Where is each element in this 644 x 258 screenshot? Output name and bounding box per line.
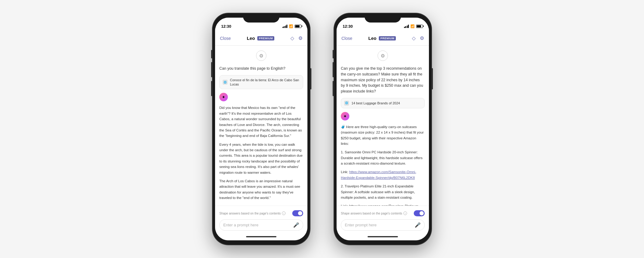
link-card-2[interactable]: 🌐 14 best Luggage Brands of 2024 [341,98,425,108]
wifi-icon-2: 📶 [410,24,415,28]
shape-answers-row-1: Shape answers based on the page's conten… [219,208,303,218]
side-button-mute-2 [333,50,334,58]
leo-avatar-icon-2: ✦ [343,114,347,119]
side-button-vol-up-2 [333,62,334,77]
shape-answers-label-1: Shape answers based on the page's conten… [219,211,286,215]
settings-row-2: ⚙ [341,49,425,62]
signal-icon-1 [283,25,288,28]
ai-para-2-4: 2. Travelpro Platinum Elite 21-inch Expa… [341,183,425,200]
settings-row-1: ⚙ [219,49,303,62]
gear-small-icon-2: ⚙ [381,53,385,59]
premium-badge-2: PREMIUM [379,36,396,40]
header-icons-1: ◇ ⚙ [290,35,303,41]
ai-para-2-1: 🧳 Here are three high-quality carry-on s… [341,124,425,147]
battery-icon-1 [295,25,301,28]
phone-screen-1: 12:30 📶 Close Leo PREMIUM [215,18,307,240]
mic-icon-1[interactable]: 🎤 [293,222,299,228]
home-bar-1 [246,236,276,237]
home-bar-2 [368,236,398,237]
prompt-input-row-1[interactable]: Enter a prompt here 🎤 [219,219,303,231]
user-message-2: Can you give me the top 3 recommendation… [341,66,425,94]
home-indicator-1 [215,233,307,240]
ai-response-1: Did you know that Mexico has its own "en… [219,105,303,200]
prompt-input-placeholder-2[interactable]: Enter prompt here [345,223,412,227]
ai-para-1-3: The Arch of Los Cabos is an impressive n… [219,178,303,201]
ai-response-2: 🧳 Here are three high-quality carry-on s… [341,124,425,206]
user-message-1: Can you translate this page to English? [219,66,303,71]
home-indicator-2 [337,233,429,240]
close-button-2[interactable]: Close [341,36,352,41]
leo-avatar-icon-1: ✦ [222,95,225,99]
side-button-vol-down-2 [333,81,334,96]
leo-label-1: Leo [247,36,255,41]
link-favicon-1: 🌐 [223,80,228,85]
status-time-1: 12:30 [221,24,231,29]
phone-1: 12:30 📶 Close Leo PREMIUM [213,13,310,245]
status-time-2: 12:30 [343,24,353,29]
wifi-icon-1: 📶 [289,24,293,28]
diamond-icon-2[interactable]: ◇ [412,35,416,41]
ai-para-1-1: Did you know that Mexico has its own "en… [219,105,303,138]
link-card-1[interactable]: 🌐 Conoce el fin de la tierra: El Arco de… [219,75,303,89]
side-button-vol-down [211,81,212,96]
side-button-power [310,68,311,89]
leo-avatar-2: ✦ [341,112,349,120]
prompt-input-row-2[interactable]: Enter prompt here 🎤 [341,219,425,231]
leo-label-2: Leo [368,36,377,41]
status-icons-1: 📶 [283,24,302,28]
link-card-text-2: 14 best Luggage Brands of 2024 [351,101,400,105]
toggle-2[interactable] [414,210,425,216]
diamond-icon-1[interactable]: ◇ [290,35,294,41]
settings-icon-1[interactable]: ⚙ [298,35,303,41]
link-favicon-2: 🌐 [344,101,349,106]
header-icons-2: ◇ ⚙ [412,35,424,41]
ai-para-2-2: 1. Samsonite Omni PC Hardside 20-inch Sp… [341,149,425,166]
side-button-mute [211,50,212,58]
settings-circle-1: ⚙ [256,51,266,61]
info-icon-2: i [403,211,407,215]
toggle-1[interactable] [292,210,303,216]
chat-bottom-1: Shape answers based on the page's conten… [215,206,307,233]
info-icon-1: i [282,211,286,215]
shape-answers-label-2: Shape answers based on the page's conten… [341,211,407,215]
ai-link-1[interactable]: https://www.amazon.com/Samsonite-Omni-Ha… [341,170,416,179]
ai-para-2-5: Link: https://www.amazon.com/Travelpro-P… [341,203,425,206]
gear-small-icon-1: ⚙ [259,53,263,59]
link-card-text-1: Conoce el fin de la tierra: El Arco de C… [230,78,300,87]
ai-para-2-3: Link: https://www.amazon.com/Samsonite-O… [341,169,425,180]
mic-icon-2[interactable]: 🎤 [415,222,421,228]
ai-para-1-2: Every 4 years, when the tide is low, you… [219,142,303,175]
settings-icon-2[interactable]: ⚙ [420,35,424,41]
chat-content-2: ⚙ Can you give me the top 3 recommendati… [337,46,429,206]
app-header-2: Close Leo PREMIUM ◇ ⚙ [337,31,429,46]
close-button-1[interactable]: Close [220,36,231,41]
side-button-vol-up [211,62,212,77]
leo-avatar-1: ✦ [219,93,228,101]
prompt-input-placeholder-1[interactable]: Enter a prompt here [223,223,291,227]
phone-2: 12:30 📶 Close Leo PREMIUM [334,13,431,245]
settings-circle-2: ⚙ [378,51,388,61]
chat-content-1: ⚙ Can you translate this page to English… [215,46,307,206]
battery-icon-2 [416,25,423,28]
header-center-1: Leo PREMIUM [247,36,275,41]
shape-answers-row-2: Shape answers based on the page's conten… [341,208,425,218]
side-button-power-2 [432,68,433,89]
phone-screen-2: 12:30 📶 Close Leo PREMIUM [337,18,429,240]
status-icons-2: 📶 [404,24,423,28]
signal-icon-2 [404,25,409,28]
header-center-2: Leo PREMIUM [368,36,396,41]
app-header-1: Close Leo PREMIUM ◇ ⚙ [215,31,307,46]
premium-badge-1: PREMIUM [257,36,274,40]
chat-bottom-2: Shape answers based on the page's conten… [337,206,429,233]
